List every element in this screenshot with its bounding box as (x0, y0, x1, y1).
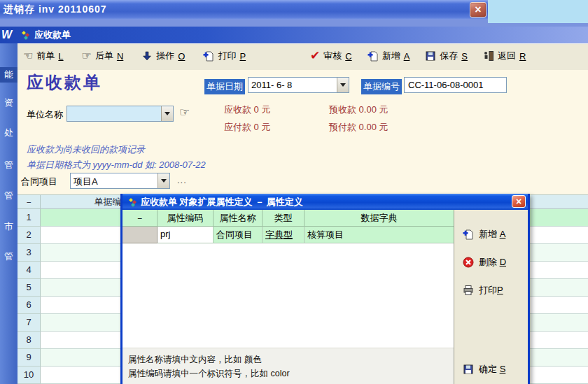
contract-project-label: 合同项目 (21, 176, 57, 188)
row-selector-cell[interactable] (122, 227, 158, 243)
back-label: 返回 (498, 50, 516, 62)
window-diamond-icon (19, 29, 30, 41)
unit-name-combobox[interactable] (66, 106, 174, 122)
sidebar-item-3[interactable]: 管 (0, 157, 18, 173)
sidebar-item-2[interactable]: 处 (0, 125, 18, 141)
window-title: 应收款单 (34, 29, 71, 41)
prereceive-amount: 预收款 0.00 元 (329, 104, 388, 116)
unit-name-value (67, 106, 161, 121)
row-number[interactable]: 1 (18, 209, 41, 227)
chevron-down-icon (164, 112, 170, 115)
row-number[interactable]: 3 (18, 244, 41, 262)
doc-number-label: 单据编号 (361, 79, 402, 94)
hint-date-format: 单据日期格式为 yyyy-mm-dd 如: 2008-07-22 (27, 159, 206, 171)
operate-button[interactable]: 操作O (141, 50, 185, 62)
new-page-icon (463, 229, 474, 240)
sidebar-item-4[interactable]: 管 (0, 188, 18, 204)
contract-project-combobox[interactable]: 项目A (70, 173, 170, 189)
printer-icon (463, 285, 474, 296)
unit-name-label: 单位名称 (27, 108, 63, 121)
row-number[interactable]: 2 (18, 227, 41, 244)
doc-number-input[interactable]: CC-11-06-08-0001 (404, 77, 507, 93)
attr-name-header: 属性名称 (214, 210, 262, 227)
date-combobox[interactable]: 2011- 6- 8 (248, 77, 349, 93)
dialog-ok-button[interactable]: 确定 S (463, 363, 505, 376)
dialog-close-button[interactable]: × (512, 195, 526, 208)
attr-name-cell[interactable]: 合同项目 (214, 227, 262, 243)
property-definition-dialog: 应收款单 对象扩展属性定义 － 属性定义 × － 属性编码 属性名称 类型 数据… (120, 194, 530, 384)
more-button[interactable]: ... (177, 175, 187, 185)
next-doc-label: 后单 (95, 50, 113, 62)
floppy-icon (463, 364, 474, 375)
app-close-button[interactable]: × (470, 2, 486, 17)
new-page-icon (368, 50, 379, 62)
dialog-table-header: － 属性编码 属性名称 类型 数据字典 (122, 210, 454, 227)
back-hotkey: R (519, 51, 526, 62)
dialog-table-area: － 属性编码 属性名称 类型 数据字典 prj 合同项目 字典型 核算项目 属性… (122, 210, 454, 384)
row-number[interactable]: 7 (18, 314, 41, 332)
attr-code-cell[interactable]: prj (158, 227, 214, 243)
sidebar-item-6[interactable]: 管 (0, 249, 18, 264)
next-doc-button[interactable]: ☞ 后单N (82, 50, 124, 62)
desktop-background (488, 0, 588, 23)
attr-code-header: 属性编码 (158, 210, 214, 227)
floppy-icon (425, 50, 436, 62)
close-icon: × (516, 196, 522, 207)
contract-dropdown-button[interactable] (158, 173, 169, 188)
receivable-amount: 应收款 0 元 (224, 104, 270, 116)
dialog-print-button[interactable]: 打印P (463, 284, 503, 297)
unit-dropdown-button[interactable] (161, 106, 173, 121)
row-number[interactable]: 8 (18, 332, 41, 349)
back-button[interactable]: 返回R (483, 50, 526, 62)
dialog-table-row[interactable]: prj 合同项目 字典型 核算项目 (122, 227, 454, 243)
close-icon: × (475, 3, 481, 16)
dialog-corner-header: － (122, 210, 158, 227)
operate-label: 操作 (156, 50, 174, 62)
nav-sidebar: 能 资 处 管 管 市 管 (0, 43, 18, 384)
sidebar-item-5[interactable]: 市 (0, 219, 18, 234)
attr-type-cell[interactable]: 字典型 (262, 227, 304, 243)
row-number[interactable]: 5 (18, 279, 41, 297)
dialog-title: 应收款单 对象扩展属性定义 － 属性定义 (141, 196, 303, 208)
app-screen: 进销存 inv 20110607 × W 应收款单 能 资 处 管 管 市 管 … (0, 0, 588, 384)
data-dict-cell[interactable]: 核算项目 (304, 227, 454, 243)
row-number[interactable]: 4 (18, 262, 41, 279)
row-number[interactable]: 9 (18, 349, 41, 367)
prev-doc-label: 前单 (36, 50, 55, 62)
dialog-delete-label: 删除 (479, 257, 497, 267)
print-button[interactable]: 打印P (203, 50, 246, 62)
contract-project-value: 项目A (71, 173, 158, 188)
dialog-add-button[interactable]: 新增 A (463, 228, 505, 241)
sidebar-item-1[interactable]: 资 (0, 95, 18, 111)
add-label: 新增 (382, 50, 400, 62)
row-number[interactable]: 6 (18, 297, 41, 314)
add-button[interactable]: 新增A (368, 50, 410, 62)
pointer-hand-icon[interactable]: ☞ (179, 105, 190, 120)
new-page-icon (203, 50, 214, 62)
print-hotkey: P (239, 51, 246, 62)
dialog-hints: 属性名称请填中文内容，比如 颜色 属性编码请填中一个标识符号，比如 color (122, 348, 454, 384)
table-corner-header[interactable]: － (18, 195, 41, 209)
save-button[interactable]: 保存S (425, 50, 468, 62)
dialog-delete-button[interactable]: 删除 D (463, 256, 506, 269)
prev-doc-button[interactable]: ☜ 前单L (23, 50, 64, 62)
receivable-window-titlebar[interactable]: W 应收款单 (0, 27, 588, 43)
hint-receivable: 应收款为尚未收回的款项记录 (27, 143, 145, 156)
logo: W (1, 29, 12, 41)
hand-left-icon: ☜ (23, 50, 33, 62)
date-dropdown-button[interactable] (337, 78, 349, 92)
dialog-hint-name: 属性名称请填中文内容，比如 颜色 (128, 353, 448, 367)
date-label: 单据日期 (204, 79, 245, 94)
add-hotkey: A (404, 51, 410, 62)
row-number[interactable]: 10 (18, 367, 41, 384)
dialog-add-label: 新增 (479, 229, 497, 239)
sidebar-item-0[interactable]: 能 (0, 67, 18, 83)
dialog-delete-hotkey: D (500, 257, 506, 267)
red-check-icon: ✔ (310, 50, 320, 62)
dialog-hint-code: 属性编码请填中一个标识符号，比如 color (128, 367, 448, 381)
app-titlebar[interactable]: 进销存 inv 20110607 (0, 0, 488, 20)
dialog-titlebar[interactable]: 应收款单 对象扩展属性定义 － 属性定义 × (122, 194, 528, 210)
app-title: 进销存 inv 20110607 (4, 3, 107, 16)
audit-button[interactable]: ✔ 审核C (310, 50, 352, 62)
next-doc-hotkey: N (117, 51, 123, 62)
